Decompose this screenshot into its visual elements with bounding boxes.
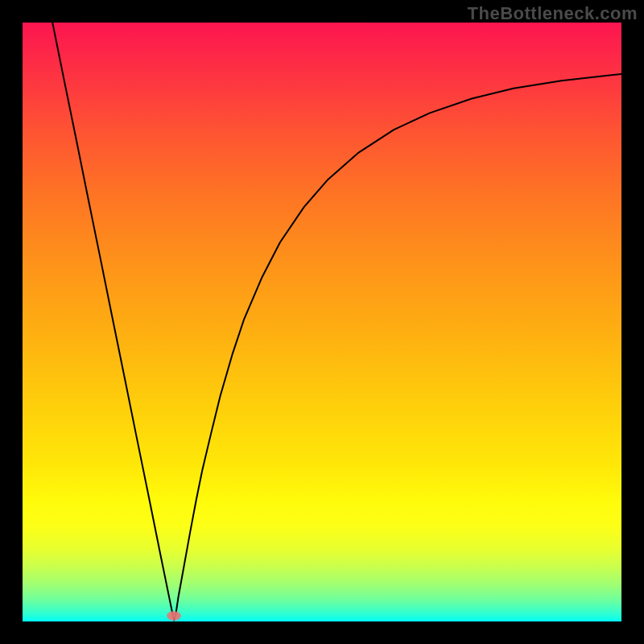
bottleneck-curve — [23, 23, 621, 621]
optimum-marker — [167, 611, 181, 621]
plot-area — [23, 23, 621, 621]
watermark-text: TheBottleneck.com — [468, 3, 638, 24]
chart-frame: TheBottleneck.com — [0, 0, 644, 644]
